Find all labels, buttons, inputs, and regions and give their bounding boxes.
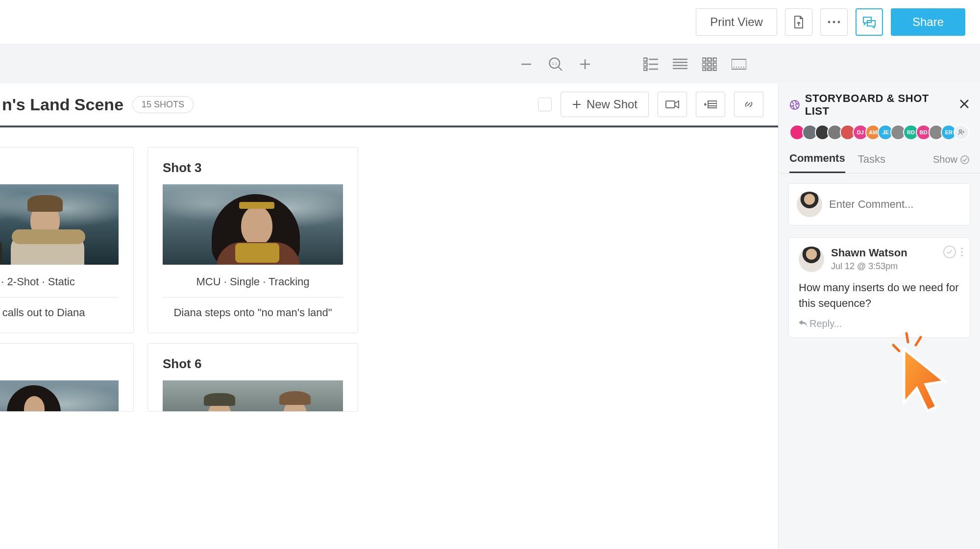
close-panel-button[interactable] <box>959 98 969 112</box>
svg-rect-23 <box>708 63 711 66</box>
svg-text:1:1: 1:1 <box>552 61 558 66</box>
zoom-out-icon[interactable] <box>517 55 535 73</box>
svg-rect-24 <box>713 63 717 66</box>
svg-line-51 <box>916 337 921 345</box>
collaborator-avatars: DJAMJERDBDER <box>789 125 969 140</box>
tab-comments[interactable]: Comments <box>789 146 845 173</box>
zoom-in-icon[interactable] <box>576 55 594 73</box>
new-shot-label: New Shot <box>587 98 637 111</box>
reply-label: Reply... <box>809 318 842 329</box>
svg-point-0 <box>828 21 831 24</box>
rows-view-icon[interactable] <box>671 55 689 73</box>
svg-point-42 <box>790 100 799 109</box>
add-column-button[interactable] <box>696 92 725 117</box>
svg-rect-10 <box>643 63 647 66</box>
comment-author-avatar <box>799 247 824 272</box>
svg-rect-20 <box>708 58 711 61</box>
svg-rect-11 <box>643 68 647 70</box>
scene-header: n's Land Scene 15 SHOTS New Shot <box>0 83 778 127</box>
shot-meta: MS · 2-Shot · Static <box>0 275 119 288</box>
aperture-icon <box>789 100 800 110</box>
shot-card[interactable]: Shot 6 <box>147 343 358 412</box>
reply-button[interactable]: Reply... <box>799 318 960 329</box>
grid-view-icon[interactable] <box>701 55 718 73</box>
resolve-button[interactable] <box>943 246 956 258</box>
svg-point-45 <box>959 130 962 132</box>
comment-more-button[interactable] <box>961 248 963 256</box>
shot-thumbnail <box>0 380 119 412</box>
chat-icon <box>862 16 877 28</box>
svg-rect-19 <box>702 58 706 61</box>
new-shot-button[interactable]: New Shot <box>561 92 649 117</box>
svg-rect-9 <box>643 58 647 61</box>
shot-thumbnail <box>163 184 343 265</box>
cursor-overlay-icon <box>889 330 948 416</box>
select-all-checkbox[interactable] <box>538 98 552 111</box>
svg-rect-39 <box>708 101 717 108</box>
comment-input[interactable] <box>829 198 964 211</box>
svg-rect-22 <box>702 63 706 66</box>
tab-tasks[interactable]: Tasks <box>858 147 885 173</box>
check-circle-icon <box>960 155 969 164</box>
current-user-avatar <box>797 192 822 217</box>
main-canvas: n's Land Scene 15 SHOTS New Shot <box>0 83 778 549</box>
svg-point-48 <box>961 156 969 164</box>
comment-author: Shawn Watson <box>831 247 907 259</box>
widescreen-view-icon[interactable] <box>730 55 748 73</box>
svg-rect-25 <box>702 68 706 70</box>
svg-line-49 <box>893 345 899 351</box>
side-panel-title: STORYBOARD & SHOT LIST <box>805 92 955 118</box>
svg-line-5 <box>559 67 562 70</box>
reply-icon <box>799 320 808 327</box>
share-button[interactable]: Share <box>891 8 965 36</box>
print-view-button[interactable]: Print View <box>696 8 777 36</box>
comment-card: Shawn Watson Jul 12 @ 3:53pm How many in… <box>788 237 970 338</box>
shot-label: Shot 2 <box>0 160 119 175</box>
side-panel: STORYBOARD & SHOT LIST DJAMJERDBDER Comm… <box>778 83 980 549</box>
add-column-icon <box>704 100 717 109</box>
svg-rect-26 <box>708 68 711 70</box>
shot-meta: MCU · Single · Tracking <box>163 275 343 288</box>
link-button[interactable] <box>734 92 763 117</box>
shot-card[interactable]: Shot 3 MCU · Single · Tracking Diana ste… <box>147 147 358 333</box>
svg-rect-27 <box>713 68 717 70</box>
svg-rect-21 <box>713 58 717 61</box>
scene-title: n's Land Scene <box>0 95 123 114</box>
svg-point-2 <box>838 21 840 24</box>
link-icon <box>742 98 755 111</box>
shot-thumbnail <box>0 184 119 265</box>
shot-card[interactable]: Shot 2 MS · 2-Shot · Static Steve calls … <box>0 147 134 333</box>
shot-label: Shot 6 <box>163 356 343 372</box>
more-button[interactable] <box>820 8 848 36</box>
more-horizontal-icon <box>828 21 840 24</box>
shot-count-chip: 15 SHOTS <box>132 96 194 113</box>
shot-card[interactable]: Shot 5 <box>0 343 134 412</box>
collaborator-avatar[interactable] <box>954 125 969 140</box>
zoom-reset-icon[interactable]: 1:1 <box>547 55 564 73</box>
camera-button[interactable] <box>658 92 687 117</box>
shot-description: Diana steps onto "no man's land" <box>163 306 343 319</box>
comment-input-box[interactable] <box>788 183 970 225</box>
shot-thumbnail <box>163 380 343 412</box>
svg-point-1 <box>833 21 835 24</box>
comments-toggle-button[interactable] <box>856 8 883 36</box>
shot-description: Steve calls out to Diana <box>0 306 119 319</box>
show-label: Show <box>933 154 957 165</box>
document-upload-icon <box>793 15 805 29</box>
svg-rect-36 <box>666 101 675 108</box>
close-icon <box>959 99 969 109</box>
check-icon <box>947 250 953 254</box>
shot-label: Shot 3 <box>163 160 343 175</box>
export-button[interactable] <box>785 8 812 36</box>
top-toolbar: Print View Share <box>0 0 980 44</box>
list-view-icon[interactable] <box>642 55 660 73</box>
plus-icon <box>572 100 582 109</box>
show-filter[interactable]: Show <box>933 154 969 165</box>
shot-label: Shot 5 <box>0 356 119 372</box>
video-camera-icon <box>665 100 679 109</box>
comment-body: How many inserts do we need for this seq… <box>799 280 960 311</box>
comment-timestamp: Jul 12 @ 3:53pm <box>831 261 907 272</box>
view-toolbar: 1:1 <box>0 44 980 83</box>
